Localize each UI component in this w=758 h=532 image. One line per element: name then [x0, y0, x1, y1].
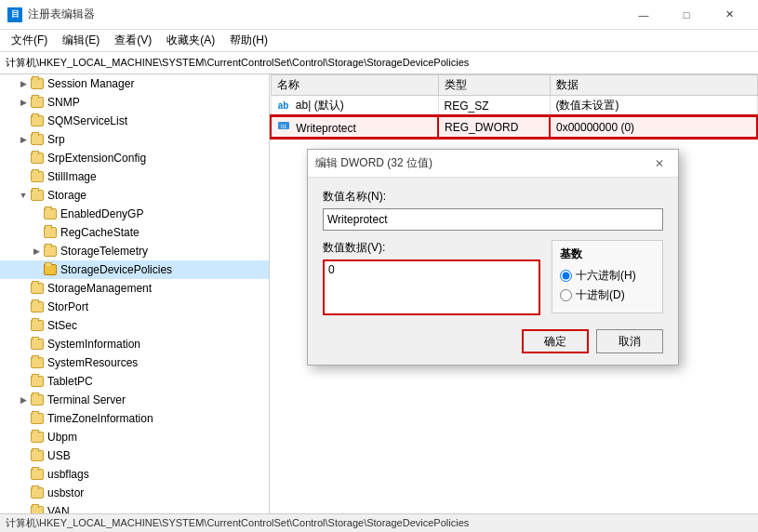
- radio-dec[interactable]: 十进制(D): [560, 287, 655, 303]
- minimize-button[interactable]: —: [622, 0, 665, 30]
- reg-data: 0x00000000 (0): [550, 116, 757, 138]
- arrow-icon: ▶: [17, 77, 30, 90]
- arrow-icon: [30, 263, 43, 276]
- reg-name: ab ab| (默认): [271, 96, 438, 117]
- tree-label: Terminal Server: [47, 393, 126, 406]
- folder-icon: [30, 189, 45, 202]
- tree-item-srpextensionconfig[interactable]: SrpExtensionConfig: [0, 149, 269, 167]
- dialog-body: 数值名称(N): 数值数据(V): 0 基数 十六进制(H) 十进制(D): [308, 178, 678, 365]
- tree-item-systemresources[interactable]: SystemResources: [0, 353, 269, 372]
- tree-item-terminalserver[interactable]: ▶ Terminal Server: [0, 391, 269, 409]
- close-button[interactable]: ✕: [708, 0, 751, 30]
- tree-panel[interactable]: ▶ Session Manager ▶ SNMP SQMServiceList …: [0, 74, 270, 513]
- window-title: 注册表编辑器: [28, 7, 622, 22]
- tree-item-tabletpc[interactable]: TabletPC: [0, 372, 269, 391]
- reg-name: 01 Writeprotect: [271, 116, 438, 138]
- menu-edit[interactable]: 编辑(E): [55, 31, 107, 50]
- tree-item-storagemanagement[interactable]: StorageManagement: [0, 279, 269, 298]
- tree-item-srp[interactable]: ▶ Srp: [0, 130, 269, 149]
- tree-item-ubpm[interactable]: Ubpm: [0, 428, 269, 446]
- menu-bar: 文件(F) 编辑(E) 查看(V) 收藏夹(A) 帮助(H): [0, 30, 758, 52]
- ok-button[interactable]: 确定: [522, 329, 589, 353]
- folder-icon: [30, 338, 45, 351]
- arrow-icon: [17, 152, 30, 165]
- arrow-icon: ▶: [17, 133, 30, 146]
- tree-item-snmp[interactable]: ▶ SNMP: [0, 93, 269, 112]
- tree-label: SystemInformation: [47, 338, 140, 351]
- folder-icon: [30, 412, 45, 425]
- tree-item-sqmservicelist[interactable]: SQMServiceList: [0, 112, 269, 130]
- dialog-data-input[interactable]: 0: [323, 259, 540, 315]
- table-row-writeprotect[interactable]: 01 Writeprotect REG_DWORD 0x00000000 (0): [271, 116, 757, 138]
- folder-icon: [30, 170, 45, 183]
- folder-icon: [30, 505, 45, 513]
- svg-text:01: 01: [281, 124, 287, 129]
- tree-item-storage[interactable]: ▼ Storage: [0, 186, 269, 205]
- tree-item-storport[interactable]: StorPort: [0, 298, 269, 316]
- folder-icon: [30, 152, 45, 165]
- tree-item-timezoneinformation[interactable]: TimeZoneInformation: [0, 409, 269, 428]
- tree-item-enableddenyGP[interactable]: EnabledDenyGP: [0, 205, 269, 223]
- tree-label: usbstor: [47, 486, 84, 499]
- folder-icon: [30, 468, 45, 481]
- tree-item-storagetelemetry[interactable]: ▶ StorageTelemetry: [0, 242, 269, 260]
- dialog-base-box: 基数 十六进制(H) 十进制(D): [552, 240, 663, 313]
- dialog-data-label: 数值数据(V):: [323, 240, 540, 256]
- folder-icon: [43, 226, 58, 239]
- folder-icon: [30, 449, 45, 462]
- arrow-icon: [30, 226, 43, 239]
- tree-item-systeminformation[interactable]: SystemInformation: [0, 335, 269, 353]
- menu-file[interactable]: 文件(F): [4, 31, 55, 50]
- folder-icon: [30, 282, 45, 295]
- arrow-icon: [17, 375, 30, 388]
- tree-item-usb[interactable]: USB: [0, 446, 269, 465]
- tree-item-session-manager[interactable]: ▶ Session Manager: [0, 74, 269, 93]
- tree-label: SNMP: [47, 96, 80, 109]
- tree-label: USB: [47, 449, 71, 462]
- dialog-value-box: 数值数据(V): 0: [323, 240, 540, 318]
- tree-item-stillimage[interactable]: StillImage: [0, 167, 269, 186]
- reg-icon: 01: [277, 119, 290, 132]
- folder-icon: [30, 375, 45, 388]
- radio-hex[interactable]: 十六进制(H): [560, 268, 655, 284]
- tree-item-usbflags[interactable]: usbflags: [0, 465, 269, 484]
- folder-icon: [30, 114, 45, 127]
- menu-help[interactable]: 帮助(H): [222, 31, 275, 50]
- tree-label: TimeZoneInformation: [47, 412, 153, 425]
- tree-item-regcachestate[interactable]: RegCacheState: [0, 223, 269, 242]
- folder-icon: [43, 245, 58, 258]
- tree-label: StSec: [47, 319, 77, 332]
- tree-item-usbstor[interactable]: usbstor: [0, 484, 269, 502]
- app-icon: 目: [7, 7, 22, 22]
- radio-hex-input[interactable]: [560, 270, 572, 282]
- tree-label: VAN: [47, 505, 70, 513]
- arrow-icon: [17, 338, 30, 351]
- menu-view[interactable]: 查看(V): [107, 31, 159, 50]
- menu-favorites[interactable]: 收藏夹(A): [159, 31, 222, 50]
- col-data: 数据: [550, 75, 757, 96]
- tree-label: SrpExtensionConfig: [47, 152, 146, 165]
- table-row[interactable]: ab ab| (默认) REG_SZ (数值未设置): [271, 96, 757, 117]
- dialog-title: 编辑 DWORD (32 位值): [315, 155, 648, 171]
- reg-data: (数值未设置): [550, 96, 757, 117]
- arrow-icon: [17, 505, 30, 513]
- folder-icon: [30, 319, 45, 332]
- folder-icon: [43, 263, 58, 276]
- status-bar: 计算机\HKEY_LOCAL_MACHINE\SYSTEM\CurrentCon…: [0, 513, 758, 532]
- folder-icon: [43, 207, 58, 220]
- address-bar: 计算机\HKEY_LOCAL_MACHINE\SYSTEM\CurrentCon…: [0, 52, 758, 74]
- tree-item-stsec[interactable]: StSec: [0, 316, 269, 335]
- reg-type: REG_SZ: [438, 96, 550, 117]
- status-text: 计算机\HKEY_LOCAL_MACHINE\SYSTEM\CurrentCon…: [6, 516, 469, 530]
- arrow-icon: [17, 170, 30, 183]
- radio-dec-input[interactable]: [560, 289, 572, 301]
- maximize-button[interactable]: □: [665, 0, 708, 30]
- tree-item-storagedevicepolicies[interactable]: StorageDevicePolicies: [0, 260, 269, 279]
- arrow-icon: [17, 486, 30, 499]
- arrow-icon: ▶: [30, 245, 43, 258]
- dialog-name-input[interactable]: [323, 208, 663, 231]
- cancel-button[interactable]: 取消: [596, 329, 663, 353]
- dialog-close-button[interactable]: ✕: [648, 154, 671, 173]
- tree-item-van[interactable]: VAN: [0, 502, 269, 513]
- tree-label: usbflags: [47, 468, 89, 481]
